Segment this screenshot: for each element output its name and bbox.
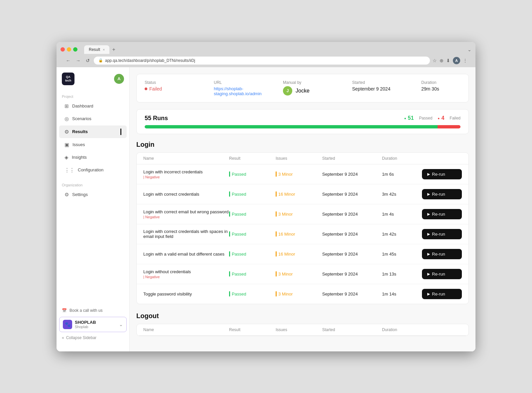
sidebar-item-label-scenarios: Scenarios <box>72 116 91 121</box>
row-name-6: Toggle password visibility <box>143 292 229 296</box>
settings-icon: ⚙ <box>65 192 69 198</box>
re-run-button-1[interactable]: ▶ Re-run <box>422 189 462 199</box>
duration-5: 1m 13s <box>382 272 422 277</box>
row-negative-0: | Negative <box>143 175 229 179</box>
forward-button[interactable]: → <box>74 57 82 65</box>
started-4: September 9 2024 <box>322 252 382 257</box>
status-label: Status <box>145 80 185 85</box>
workspace-icon: 🐾 <box>63 320 72 329</box>
started-label: Started <box>352 80 392 85</box>
table-row: Login with correct email but wrong passw… <box>137 204 468 224</box>
logout-table-header: Name Result Issues Started Duration <box>137 324 468 336</box>
status-dot-red <box>145 88 147 90</box>
play-icon: ▶ <box>427 252 430 256</box>
issues-icon: ▣ <box>65 142 69 148</box>
workspace-sub: Shoplab <box>75 325 116 329</box>
url-label: URL <box>214 80 254 85</box>
passed-label: Passed <box>419 116 432 120</box>
sidebar-item-insights[interactable]: ◈ Insights <box>59 151 127 163</box>
collapse-sidebar-button[interactable]: « Collapse Sidebar <box>59 333 127 342</box>
issues-3: 16 Minor <box>276 231 322 237</box>
row-name-3: Login with correct credentials with spac… <box>143 229 229 239</box>
row-name-5: Login without credentials | Negative <box>143 269 229 279</box>
started-3: September 9 2024 <box>322 232 382 237</box>
logout-col-name: Name <box>143 327 229 332</box>
row-name-2: Login with correct email but wrong passw… <box>143 209 229 219</box>
progress-fill <box>145 125 461 128</box>
runs-stats: ● 51 Passed ● 4 Failed <box>404 115 461 121</box>
table-row: Toggle password visibility Passed 3 Mino… <box>137 284 468 304</box>
traffic-light-red[interactable] <box>61 47 65 52</box>
duration-section: Duration 29m 30s <box>421 80 461 96</box>
traffic-light-yellow[interactable] <box>67 47 71 52</box>
traffic-light-green[interactable] <box>73 47 77 52</box>
chevron-down-icon: ⌄ <box>119 322 123 327</box>
reload-button[interactable]: ↺ <box>84 57 91 65</box>
duration-label: Duration <box>421 80 461 85</box>
book-call-link[interactable]: 📅 Book a call with us <box>59 305 127 315</box>
workspace-info: SHOPLAB Shoplab <box>75 320 116 329</box>
row-name-1: Login with correct credentials <box>143 192 229 197</box>
re-run-button-6[interactable]: ▶ Re-run <box>422 289 462 299</box>
address-bar[interactable]: 🔒 app.qa.tech/dashboard/p/shoplab_DTNi/r… <box>94 57 430 65</box>
menu-icon[interactable]: ⋮ <box>463 58 467 63</box>
results-icon: ⊙ <box>65 129 69 135</box>
logo: QAtech <box>62 73 74 85</box>
col-duration: Duration <box>382 156 422 161</box>
logout-section-title: Logout <box>136 312 469 320</box>
started-section: Started September 9 2024 <box>352 80 392 96</box>
main-content: Status Failed URL https://shoplab-stagin… <box>130 67 475 351</box>
sidebar-item-configuration[interactable]: ⋮⋮ Configuration <box>59 164 127 176</box>
re-run-button-4[interactable]: ▶ Re-run <box>422 249 462 259</box>
user-avatar[interactable]: A <box>114 74 124 84</box>
issues-1: 16 Minor <box>276 191 322 197</box>
passed-stat: ● 51 <box>404 115 414 121</box>
duration-4: 1m 45s <box>382 252 422 257</box>
insights-icon: ◈ <box>65 154 68 160</box>
browser-tab[interactable]: Result × <box>84 45 109 54</box>
col-issues: Issues <box>276 156 322 161</box>
status-card: Status Failed URL https://shoplab-stagin… <box>136 74 469 102</box>
login-section-title: Login <box>136 141 469 148</box>
sidebar-item-results[interactable]: ⊙ Results <box>59 125 127 138</box>
extension-icon[interactable]: ⊕ <box>440 58 444 63</box>
re-run-button-5[interactable]: ▶ Re-run <box>422 269 462 279</box>
manual-by: J Jocke <box>283 86 323 96</box>
sidebar-item-settings[interactable]: ⚙ Settings <box>59 189 127 201</box>
row-name-4: Login with a valid email but different c… <box>143 252 229 257</box>
back-button[interactable]: ← <box>65 57 72 65</box>
issues-5: 3 Minor <box>276 271 322 277</box>
started-5: September 9 2024 <box>322 272 382 277</box>
download-icon[interactable]: ⬇ <box>446 58 450 63</box>
sidebar-item-label-results: Results <box>72 129 88 134</box>
user-avatar-browser[interactable]: A <box>453 57 460 64</box>
sidebar-item-issues[interactable]: ▣ Issues <box>59 139 127 151</box>
progress-bar <box>145 125 461 128</box>
tab-title: Result <box>89 47 100 52</box>
sidebar-item-scenarios[interactable]: ◎ Scenarios <box>59 113 127 125</box>
duration-1: 3m 42s <box>382 192 422 197</box>
re-run-button-3[interactable]: ▶ Re-run <box>422 229 462 239</box>
re-run-button-2[interactable]: ▶ Re-run <box>422 209 462 219</box>
url-link[interactable]: https://shoplab-staging.shoplab.io/admin <box>214 86 254 96</box>
re-run-button-0[interactable]: ▶ Re-run <box>422 169 462 179</box>
sidebar-item-dashboard[interactable]: ⊞ Dashboard <box>59 100 127 112</box>
logout-col-result: Result <box>229 327 276 332</box>
logout-col-started: Started <box>322 327 382 332</box>
window-expand-icon: ⌄ <box>467 47 471 52</box>
passed-count: 51 <box>408 115 414 121</box>
duration-6: 1m 14s <box>382 292 422 296</box>
result-6: Passed <box>229 291 276 296</box>
logout-section: Logout Name Result Issues Started Durati… <box>136 312 469 336</box>
manual-label: Manual by <box>283 80 323 85</box>
result-2: Passed <box>229 211 276 217</box>
bookmark-icon[interactable]: ☆ <box>433 58 437 63</box>
table-row: Login with a valid email but different c… <box>137 244 468 264</box>
workspace-name: SHOPLAB <box>75 320 116 325</box>
new-tab-button[interactable]: + <box>111 45 116 54</box>
runs-title: 55 Runs <box>145 115 168 122</box>
workspace-selector[interactable]: 🐾 SHOPLAB Shoplab ⌄ <box>59 317 127 332</box>
table-row: Login with correct credentials Passed 16… <box>137 184 468 204</box>
tab-close-button[interactable]: × <box>103 48 105 52</box>
collapse-label: Collapse Sidebar <box>66 335 96 340</box>
